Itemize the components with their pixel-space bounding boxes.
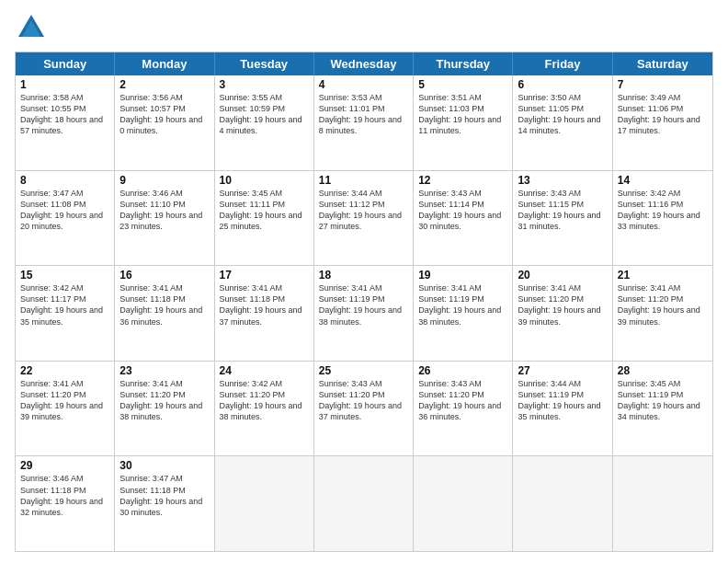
header (15, 11, 713, 44)
page: SundayMondayTuesdayWednesdayThursdayFrid… (0, 0, 728, 563)
day-info: Sunrise: 3:44 AM Sunset: 11:19 PM Daylig… (518, 378, 607, 423)
day-info: Sunrise: 3:41 AM Sunset: 11:19 PM Daylig… (418, 282, 507, 327)
weekday-header-friday: Friday (513, 52, 612, 75)
logo (15, 11, 51, 44)
day-info: Sunrise: 3:41 AM Sunset: 11:20 PM Daylig… (119, 378, 209, 423)
day-cell-13: 13Sunrise: 3:43 AM Sunset: 11:15 PM Dayl… (513, 171, 612, 266)
day-info: Sunrise: 3:41 AM Sunset: 11:20 PM Daylig… (20, 378, 109, 423)
day-cell-16: 16Sunrise: 3:41 AM Sunset: 11:18 PM Dayl… (115, 266, 214, 361)
day-number: 14 (618, 174, 708, 187)
empty-cell (414, 456, 513, 551)
day-info: Sunrise: 3:50 AM Sunset: 11:05 PM Daylig… (518, 92, 607, 137)
day-cell-11: 11Sunrise: 3:44 AM Sunset: 11:12 PM Dayl… (314, 171, 414, 266)
day-cell-15: 15Sunrise: 3:42 AM Sunset: 11:17 PM Dayl… (16, 266, 115, 361)
day-number: 28 (618, 364, 708, 377)
day-info: Sunrise: 3:41 AM Sunset: 11:19 PM Daylig… (319, 282, 408, 327)
day-number: 19 (418, 269, 507, 282)
day-info: Sunrise: 3:41 AM Sunset: 11:18 PM Daylig… (119, 282, 209, 327)
day-cell-10: 10Sunrise: 3:45 AM Sunset: 11:11 PM Dayl… (215, 171, 314, 266)
day-info: Sunrise: 3:43 AM Sunset: 11:20 PM Daylig… (319, 378, 408, 423)
week-row-5: 29Sunrise: 3:46 AM Sunset: 11:18 PM Dayl… (16, 455, 712, 551)
day-number: 22 (20, 364, 109, 377)
day-number: 18 (319, 269, 408, 282)
day-number: 1 (20, 78, 109, 91)
day-cell-1: 1Sunrise: 3:58 AM Sunset: 10:55 PM Dayli… (16, 75, 115, 170)
day-number: 13 (518, 174, 607, 187)
day-cell-6: 6Sunrise: 3:50 AM Sunset: 11:05 PM Dayli… (513, 75, 612, 170)
empty-cell (215, 456, 314, 551)
day-cell-7: 7Sunrise: 3:49 AM Sunset: 11:06 PM Dayli… (613, 75, 712, 170)
day-info: Sunrise: 3:41 AM Sunset: 11:20 PM Daylig… (518, 282, 607, 327)
day-number: 3 (220, 78, 309, 91)
day-number: 30 (119, 459, 209, 472)
day-number: 27 (518, 364, 607, 377)
day-cell-24: 24Sunrise: 3:42 AM Sunset: 11:20 PM Dayl… (215, 362, 314, 456)
day-cell-27: 27Sunrise: 3:44 AM Sunset: 11:19 PM Dayl… (513, 362, 612, 456)
day-number: 11 (319, 174, 408, 187)
calendar-body: 1Sunrise: 3:58 AM Sunset: 10:55 PM Dayli… (16, 75, 712, 551)
day-cell-8: 8Sunrise: 3:47 AM Sunset: 11:08 PM Dayli… (16, 171, 115, 266)
day-cell-26: 26Sunrise: 3:43 AM Sunset: 11:20 PM Dayl… (414, 362, 513, 456)
day-cell-25: 25Sunrise: 3:43 AM Sunset: 11:20 PM Dayl… (314, 362, 414, 456)
day-info: Sunrise: 3:42 AM Sunset: 11:16 PM Daylig… (618, 188, 708, 233)
day-cell-19: 19Sunrise: 3:41 AM Sunset: 11:19 PM Dayl… (414, 266, 513, 361)
day-number: 29 (20, 459, 109, 472)
day-number: 8 (20, 174, 109, 187)
day-info: Sunrise: 3:47 AM Sunset: 11:18 PM Daylig… (119, 473, 209, 518)
empty-cell (613, 456, 712, 551)
logo-icon (15, 11, 48, 44)
day-info: Sunrise: 3:58 AM Sunset: 10:55 PM Daylig… (20, 92, 109, 137)
day-number: 6 (518, 78, 607, 91)
day-cell-20: 20Sunrise: 3:41 AM Sunset: 11:20 PM Dayl… (513, 266, 612, 361)
week-row-2: 8Sunrise: 3:47 AM Sunset: 11:08 PM Dayli… (16, 170, 712, 266)
day-cell-29: 29Sunrise: 3:46 AM Sunset: 11:18 PM Dayl… (16, 456, 115, 551)
day-info: Sunrise: 3:43 AM Sunset: 11:15 PM Daylig… (518, 188, 607, 233)
day-info: Sunrise: 3:45 AM Sunset: 11:11 PM Daylig… (220, 188, 309, 233)
day-info: Sunrise: 3:53 AM Sunset: 11:01 PM Daylig… (319, 92, 408, 137)
day-cell-14: 14Sunrise: 3:42 AM Sunset: 11:16 PM Dayl… (613, 171, 712, 266)
day-info: Sunrise: 3:46 AM Sunset: 11:10 PM Daylig… (119, 188, 209, 233)
day-number: 23 (119, 364, 209, 377)
day-info: Sunrise: 3:43 AM Sunset: 11:14 PM Daylig… (418, 188, 507, 233)
empty-cell (513, 456, 612, 551)
day-number: 2 (119, 78, 209, 91)
day-number: 16 (119, 269, 209, 282)
day-info: Sunrise: 3:56 AM Sunset: 10:57 PM Daylig… (119, 92, 209, 137)
day-cell-18: 18Sunrise: 3:41 AM Sunset: 11:19 PM Dayl… (314, 266, 414, 361)
day-info: Sunrise: 3:51 AM Sunset: 11:03 PM Daylig… (418, 92, 507, 137)
day-info: Sunrise: 3:42 AM Sunset: 11:17 PM Daylig… (20, 282, 109, 327)
day-info: Sunrise: 3:44 AM Sunset: 11:12 PM Daylig… (319, 188, 408, 233)
day-number: 24 (220, 364, 309, 377)
week-row-4: 22Sunrise: 3:41 AM Sunset: 11:20 PM Dayl… (16, 361, 712, 456)
day-number: 5 (418, 78, 507, 91)
day-info: Sunrise: 3:43 AM Sunset: 11:20 PM Daylig… (418, 378, 507, 423)
day-number: 26 (418, 364, 507, 377)
week-row-3: 15Sunrise: 3:42 AM Sunset: 11:17 PM Dayl… (16, 265, 712, 361)
day-cell-2: 2Sunrise: 3:56 AM Sunset: 10:57 PM Dayli… (115, 75, 214, 170)
day-cell-22: 22Sunrise: 3:41 AM Sunset: 11:20 PM Dayl… (16, 362, 115, 456)
day-cell-5: 5Sunrise: 3:51 AM Sunset: 11:03 PM Dayli… (414, 75, 513, 170)
weekday-header-sunday: Sunday (16, 52, 115, 75)
day-number: 7 (618, 78, 708, 91)
day-cell-21: 21Sunrise: 3:41 AM Sunset: 11:20 PM Dayl… (613, 266, 712, 361)
day-info: Sunrise: 3:45 AM Sunset: 11:19 PM Daylig… (618, 378, 708, 423)
calendar-header: SundayMondayTuesdayWednesdayThursdayFrid… (16, 52, 712, 75)
day-cell-4: 4Sunrise: 3:53 AM Sunset: 11:01 PM Dayli… (314, 75, 414, 170)
day-cell-9: 9Sunrise: 3:46 AM Sunset: 11:10 PM Dayli… (115, 171, 214, 266)
day-number: 17 (220, 269, 309, 282)
day-cell-30: 30Sunrise: 3:47 AM Sunset: 11:18 PM Dayl… (115, 456, 214, 551)
weekday-header-thursday: Thursday (414, 52, 513, 75)
day-number: 12 (418, 174, 507, 187)
day-cell-12: 12Sunrise: 3:43 AM Sunset: 11:14 PM Dayl… (414, 171, 513, 266)
weekday-header-tuesday: Tuesday (215, 52, 314, 75)
day-info: Sunrise: 3:55 AM Sunset: 10:59 PM Daylig… (220, 92, 309, 137)
day-number: 21 (618, 269, 708, 282)
day-cell-17: 17Sunrise: 3:41 AM Sunset: 11:18 PM Dayl… (215, 266, 314, 361)
day-cell-23: 23Sunrise: 3:41 AM Sunset: 11:20 PM Dayl… (115, 362, 214, 456)
calendar: SundayMondayTuesdayWednesdayThursdayFrid… (15, 52, 713, 552)
day-info: Sunrise: 3:47 AM Sunset: 11:08 PM Daylig… (20, 188, 109, 233)
day-number: 20 (518, 269, 607, 282)
day-number: 15 (20, 269, 109, 282)
day-number: 10 (220, 174, 309, 187)
weekday-header-saturday: Saturday (613, 52, 712, 75)
